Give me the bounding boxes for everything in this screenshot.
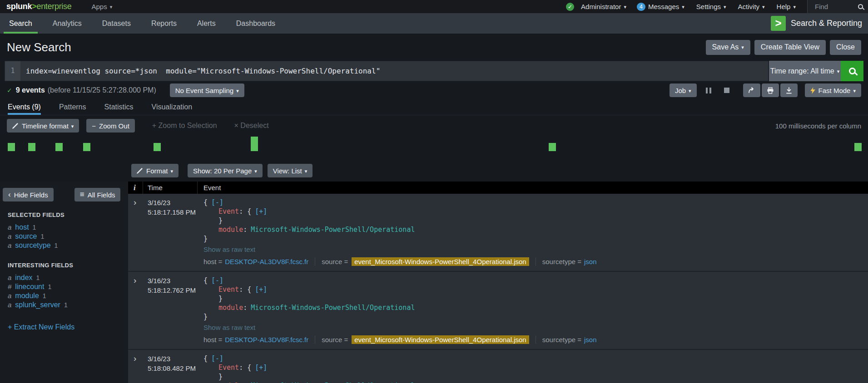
field-item-index[interactable]: aindex1 bbox=[0, 273, 128, 282]
line-number-gutter: 1 bbox=[5, 61, 20, 81]
tab-statistics[interactable]: Statistics bbox=[104, 99, 134, 115]
extract-new-fields-link[interactable]: + Extract New Fields bbox=[8, 323, 128, 331]
field-item-host[interactable]: ahost1 bbox=[0, 223, 128, 232]
timeline-histogram[interactable] bbox=[0, 134, 868, 151]
column-header-time: Time bbox=[143, 182, 198, 194]
format-results-button[interactable]: Format bbox=[131, 164, 179, 177]
tab-events[interactable]: Events (9) bbox=[8, 99, 41, 115]
chevron-down-icon bbox=[679, 3, 684, 10]
sourcetype-field-value[interactable]: json bbox=[584, 336, 597, 344]
splunk-logo[interactable]: splunk>enterprise bbox=[6, 2, 71, 11]
field-divider bbox=[536, 258, 536, 265]
selected-fields-header: SELECTED FIELDS bbox=[8, 211, 128, 218]
source-field-value[interactable]: event_Microsoft-Windows-PowerShell_4Oper… bbox=[352, 335, 529, 344]
timeline-bar[interactable] bbox=[251, 137, 258, 151]
field-item-source[interactable]: asource1 bbox=[0, 232, 128, 241]
chevron-down-icon bbox=[621, 3, 626, 10]
search-query-input[interactable]: 1 index=wineventlog source=*json module=… bbox=[5, 61, 769, 81]
time-range-picker[interactable]: Time range: All time bbox=[769, 61, 841, 81]
export-job-button[interactable] bbox=[780, 83, 798, 97]
expand-json-toggle[interactable]: [+] bbox=[255, 363, 267, 372]
field-item-splunk-server[interactable]: asplunk_server1 bbox=[0, 300, 128, 309]
zoom-out-button[interactable]: −Zoom Out bbox=[86, 119, 134, 133]
activity-menu[interactable]: Activity bbox=[738, 3, 765, 10]
nav-tab-analytics[interactable]: Analytics bbox=[53, 13, 82, 34]
expand-event-chevron[interactable]: › bbox=[134, 354, 136, 363]
zoom-to-selection-button[interactable]: + Zoom to Selection bbox=[152, 122, 217, 130]
expand-json-toggle[interactable]: [+] bbox=[255, 207, 267, 216]
collapse-json-toggle[interactable]: [-] bbox=[211, 198, 223, 206]
timeline-section: Timeline format −Zoom Out + Zoom to Sele… bbox=[0, 115, 868, 160]
nav-tab-alerts[interactable]: Alerts bbox=[197, 13, 216, 34]
search-mode-button[interactable]: Fast Mode bbox=[805, 83, 861, 97]
field-item-module[interactable]: amodule1 bbox=[0, 291, 128, 300]
field-type-icon: a bbox=[8, 241, 11, 249]
search-icon bbox=[849, 68, 856, 74]
chevron-down-icon bbox=[302, 167, 308, 175]
chevron-left-icon bbox=[8, 190, 14, 199]
show-raw-text-link[interactable]: Show as raw text bbox=[203, 323, 255, 332]
nav-tab-datasets[interactable]: Datasets bbox=[102, 13, 131, 34]
administrator-menu[interactable]: Administrator bbox=[581, 3, 626, 10]
hide-fields-button[interactable]: Hide Fields bbox=[3, 188, 54, 201]
field-type-icon: a bbox=[8, 274, 11, 281]
nav-tab-dashboards[interactable]: Dashboards bbox=[236, 13, 275, 34]
print-icon bbox=[767, 87, 774, 94]
find-input[interactable] bbox=[814, 2, 858, 11]
create-table-view-button[interactable]: Create Table View bbox=[754, 40, 826, 55]
host-field-value[interactable]: DESKTOP-AL3DV8F.fcsc.fr bbox=[225, 258, 308, 265]
expand-json-toggle[interactable]: [+] bbox=[255, 285, 267, 294]
timeline-bar[interactable] bbox=[154, 143, 161, 151]
search-icon[interactable] bbox=[858, 4, 863, 9]
timeline-bar[interactable] bbox=[549, 143, 556, 151]
tab-patterns[interactable]: Patterns bbox=[59, 99, 86, 115]
all-fields-button[interactable]: All Fields bbox=[74, 188, 121, 201]
field-item-sourcetype[interactable]: asourcetype1 bbox=[0, 241, 128, 250]
minus-icon: − bbox=[92, 122, 96, 130]
health-check-icon[interactable] bbox=[566, 3, 574, 11]
main-content: Hide Fields All Fields SELECTED FIELDS a… bbox=[0, 182, 868, 383]
timeline-bar[interactable] bbox=[83, 143, 90, 151]
timeline-bar[interactable] bbox=[854, 143, 862, 151]
view-mode-button[interactable]: View: List bbox=[268, 164, 312, 177]
print-job-button[interactable] bbox=[762, 83, 779, 97]
stop-job-icon[interactable] bbox=[724, 88, 729, 93]
timeline-bar[interactable] bbox=[55, 143, 63, 151]
tab-visualization[interactable]: Visualization bbox=[152, 99, 193, 115]
event-sampling-button[interactable]: No Event Sampling bbox=[170, 83, 244, 97]
messages-menu[interactable]: Messages bbox=[648, 3, 684, 10]
column-header-info: i bbox=[128, 182, 143, 194]
job-menu-button[interactable]: Job bbox=[670, 83, 697, 97]
per-page-button[interactable]: Show: 20 Per Page bbox=[188, 164, 263, 177]
apps-menu[interactable]: Apps bbox=[91, 3, 112, 10]
result-tabs: Events (9) Patterns Statistics Visualiza… bbox=[0, 99, 868, 115]
help-menu[interactable]: Help bbox=[777, 3, 796, 10]
share-job-button[interactable] bbox=[743, 83, 760, 97]
show-raw-text-link[interactable]: Show as raw text bbox=[203, 245, 255, 254]
nav-tab-reports[interactable]: Reports bbox=[151, 13, 177, 34]
expand-event-chevron[interactable]: › bbox=[134, 198, 136, 207]
field-divider bbox=[536, 336, 536, 344]
events-count: 9 events bbox=[16, 86, 45, 94]
timeline-bar[interactable] bbox=[28, 143, 35, 151]
source-field-value[interactable]: event_Microsoft-Windows-PowerShell_4Oper… bbox=[352, 257, 529, 266]
timeline-bar[interactable] bbox=[8, 143, 15, 151]
host-field-value[interactable]: DESKTOP-AL3DV8F.fcsc.fr bbox=[225, 336, 308, 344]
field-item-linecount[interactable]: #linecount1 bbox=[0, 282, 128, 291]
close-button[interactable]: Close bbox=[830, 40, 861, 55]
chevron-down-icon bbox=[107, 3, 113, 10]
run-search-button[interactable] bbox=[841, 61, 863, 81]
deselect-button[interactable]: × Deselect bbox=[234, 122, 269, 130]
settings-menu[interactable]: Settings bbox=[696, 3, 726, 10]
save-as-button[interactable]: Save As bbox=[706, 40, 750, 55]
collapse-json-toggle[interactable]: [-] bbox=[211, 276, 223, 285]
collapse-json-toggle[interactable]: [-] bbox=[211, 354, 223, 363]
expand-event-chevron[interactable]: › bbox=[134, 276, 136, 285]
sourcetype-field-value[interactable]: json bbox=[584, 258, 597, 265]
timeline-format-button[interactable]: Timeline format bbox=[7, 119, 79, 133]
pause-job-icon[interactable] bbox=[706, 88, 711, 93]
timeline-controls: Timeline format −Zoom Out + Zoom to Sele… bbox=[0, 115, 868, 133]
search-reporting-app-icon: > bbox=[771, 16, 786, 31]
app-identity[interactable]: > Search & Reporting bbox=[771, 13, 868, 34]
nav-tab-search[interactable]: Search bbox=[9, 13, 32, 34]
